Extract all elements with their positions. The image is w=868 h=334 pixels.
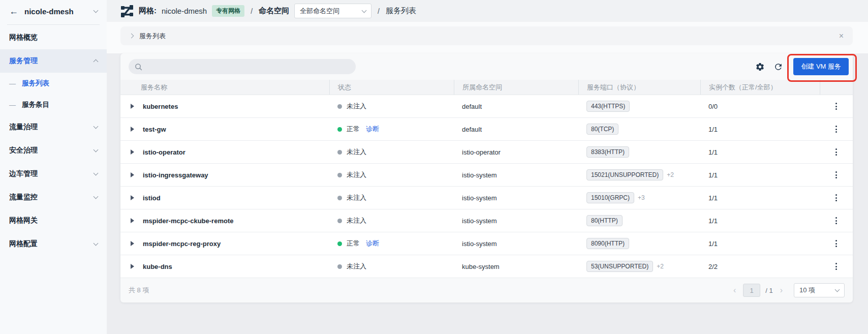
status-dot-icon (337, 196, 342, 200)
service-name: mspider-mcpc-ckube-remote (143, 217, 233, 225)
port-tag: 443(HTTPS) (586, 101, 630, 112)
chevron-right-icon[interactable] (129, 34, 134, 39)
dash-icon: — (9, 101, 16, 109)
search-box[interactable] (129, 59, 356, 74)
expand-caret-icon[interactable] (131, 241, 134, 246)
breadcrumb-page: 服务列表 (386, 6, 416, 16)
kebab-menu-icon[interactable] (833, 261, 839, 272)
column-header-instances: 实例个数（正常/全部） (700, 80, 820, 95)
table-footer: 共 8 项 ‹ 1 / 1 › 10 项 (120, 278, 853, 302)
sidebar-item[interactable]: 流量治理 (0, 115, 107, 139)
sidebar-item[interactable]: 安全治理 (0, 139, 107, 162)
page-size-value: 10 项 (799, 286, 815, 295)
table-row: mspider-mcpc-ckube-remote 未注入 istio-syst… (120, 209, 853, 232)
namespace-select[interactable]: 全部命名空间 (294, 4, 371, 18)
status-text: 未注入 (347, 170, 366, 179)
namespace-cell: istio-system (454, 232, 578, 255)
expand-caret-icon[interactable] (131, 104, 134, 109)
settings-gear-icon[interactable] (755, 62, 765, 72)
column-header-ports: 服务端口（协议） (578, 80, 700, 95)
kebab-menu-icon[interactable] (833, 215, 839, 226)
sidebar-item[interactable]: 网格概览 (0, 26, 107, 49)
mesh-name-value: nicole-dmesh (162, 7, 207, 15)
service-list-card: 创建 VM 服务 服务名称 状态 所属命名空间 服务端口（协议） 实例个数（正常… (120, 53, 853, 302)
port-tag: 53(UNSUPPORTED) (586, 261, 653, 272)
panel-title: 服务列表 (139, 32, 166, 41)
kebab-menu-icon[interactable] (833, 238, 839, 249)
status-dot-icon (337, 264, 342, 269)
prev-page-icon[interactable]: ‹ (731, 286, 738, 295)
instance-count-cell: 1/1 (700, 209, 820, 232)
sidebar-item[interactable]: — 服务条目 (0, 94, 107, 115)
port-tag: 80(TCP) (586, 124, 618, 135)
sidebar: ← nicole-dmesh 网格概览 服务管理 — 服务列表 — 服务条目 (0, 0, 107, 334)
pagination: ‹ 1 / 1 › 10 项 (731, 283, 845, 297)
sidebar-item[interactable]: 服务管理 (0, 49, 107, 73)
namespace-cell: istio-system (454, 164, 578, 186)
table-row: istio-ingressgateway 未注入 istio-system 15… (120, 164, 853, 187)
mesh-type-badge: 专有网格 (212, 5, 244, 17)
sidebar-item[interactable]: 流量监控 (0, 186, 107, 209)
close-icon[interactable]: × (839, 32, 844, 40)
table-row: istio-operator 未注入 istio-operator 8383(H… (120, 141, 853, 164)
table-body: kubernetes 未注入 default 443(HTTPS) 0/0 (120, 95, 853, 278)
expand-caret-icon[interactable] (131, 264, 134, 269)
instance-count-cell: 1/1 (700, 141, 820, 163)
sidebar-item[interactable]: 网格配置 (0, 232, 107, 256)
sidebar-item[interactable]: 边车管理 (0, 162, 107, 186)
more-ports-count: +3 (638, 194, 645, 201)
collapsible-panel-bar[interactable]: 服务列表 × (120, 26, 853, 45)
top-breadcrumb-bar: 网格: nicole-dmesh 专有网格 / 命名空间 全部命名空间 / 服务… (107, 0, 868, 22)
back-arrow-icon[interactable]: ← (9, 7, 18, 16)
instance-count-cell: 1/1 (700, 164, 820, 186)
kebab-menu-icon[interactable] (833, 146, 839, 158)
table-row: mspider-mcpc-reg-proxy 正常 诊断 istio-syste… (120, 232, 853, 255)
namespace-select-value: 全部命名空间 (300, 7, 339, 16)
status-dot-icon (337, 127, 342, 132)
more-ports-count: +2 (657, 263, 664, 270)
chevron-icon (94, 241, 99, 246)
expand-caret-icon[interactable] (131, 172, 134, 177)
status-text: 未注入 (347, 147, 366, 157)
chevron-down-icon (362, 8, 367, 13)
sidebar-item-label: 安全治理 (9, 146, 38, 155)
next-page-icon[interactable]: › (778, 286, 785, 295)
column-header-service-name: 服务名称 (120, 80, 329, 95)
instance-count-cell: 0/0 (700, 95, 820, 117)
expand-caret-icon[interactable] (131, 149, 134, 155)
instance-count-cell: 2/2 (700, 255, 820, 278)
sidebar-item[interactable]: 网格网关 (0, 209, 107, 232)
breadcrumb-separator: / (250, 7, 254, 15)
kebab-menu-icon[interactable] (833, 124, 839, 135)
sidebar-item-label: 网格配置 (9, 239, 38, 249)
sidebar-item-label: 网格网关 (9, 216, 38, 225)
expand-caret-icon[interactable] (131, 195, 134, 200)
diagnose-link[interactable]: 诊断 (366, 125, 379, 134)
expand-caret-icon[interactable] (131, 218, 134, 223)
sidebar-item-label: 网格概览 (9, 33, 38, 42)
mesh-label: 网格: (139, 6, 157, 16)
current-page-input[interactable]: 1 (743, 284, 760, 297)
kebab-menu-icon[interactable] (833, 192, 839, 203)
sidebar-item-label: 边车管理 (9, 169, 38, 178)
status-dot-icon (337, 150, 342, 155)
status-text: 未注入 (347, 262, 366, 271)
expand-caret-icon[interactable] (131, 127, 134, 132)
main-area: 网格: nicole-dmesh 专有网格 / 命名空间 全部命名空间 / 服务… (107, 0, 868, 334)
dash-icon: — (9, 80, 16, 87)
kebab-menu-icon[interactable] (833, 169, 839, 180)
chevron-down-icon[interactable] (94, 8, 99, 13)
sidebar-item[interactable]: — 服务列表 (0, 73, 107, 94)
service-name: kube-dns (143, 263, 172, 270)
page-size-select[interactable]: 10 项 (794, 283, 845, 297)
diagnose-link[interactable]: 诊断 (366, 239, 379, 248)
kebab-menu-icon[interactable] (833, 101, 839, 112)
create-vm-service-button[interactable]: 创建 VM 服务 (793, 58, 849, 75)
column-header-status: 状态 (329, 80, 454, 95)
chevron-icon (94, 147, 99, 153)
search-input[interactable] (146, 63, 350, 71)
refresh-icon[interactable] (773, 62, 783, 72)
namespace-cell: kube-system (454, 255, 578, 278)
breadcrumb-separator: / (377, 7, 381, 15)
total-count: 共 8 项 (129, 286, 149, 295)
